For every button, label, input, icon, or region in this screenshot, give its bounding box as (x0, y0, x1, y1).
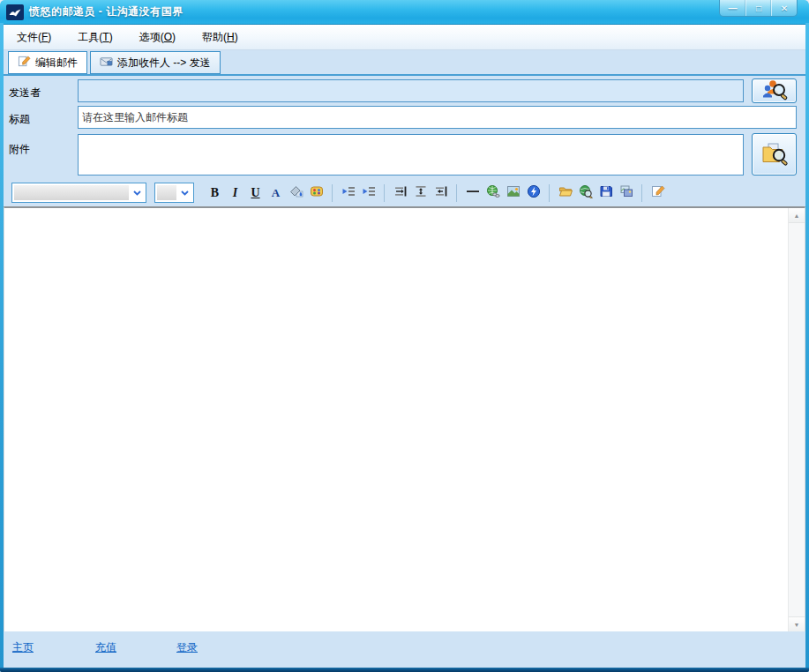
window-border-right (805, 23, 809, 672)
indent-left-button[interactable] (431, 183, 451, 203)
login-link[interactable]: 登录 (176, 640, 198, 655)
copy-image-button[interactable] (616, 183, 636, 203)
font-size-value (157, 185, 176, 200)
tab-label: 编辑邮件 (35, 56, 78, 71)
line-spacing-icon (414, 184, 428, 201)
paint-bucket-icon (289, 184, 303, 201)
minimize-button[interactable]: — (720, 0, 745, 16)
app-logo-icon (6, 4, 24, 20)
indent-left-icon (434, 184, 448, 201)
toolbar-separator (641, 184, 642, 202)
flash-icon (527, 184, 541, 201)
window-border-left (0, 23, 4, 672)
menu-item-file[interactable]: 文件(F) (14, 28, 54, 47)
tab-add-recipient-send[interactable]: 添加收件人 --> 发送 (90, 51, 221, 74)
window-title: 愤怒的邮递员 - 让沟通没有国界 (29, 0, 184, 24)
format-toolbar: B I U A (4, 179, 805, 206)
message-body-editor: ▲ ▼ (4, 206, 805, 631)
recharge-link[interactable]: 充值 (95, 640, 116, 655)
close-button[interactable]: ✕ (771, 0, 797, 16)
compose-button[interactable] (648, 183, 668, 203)
indent-right-icon (393, 184, 408, 201)
copy-image-icon (619, 184, 633, 201)
horizontal-rule-icon (466, 184, 480, 201)
font-family-select[interactable] (11, 183, 146, 203)
underline-button[interactable]: U (245, 183, 266, 203)
indent-right-button[interactable] (390, 183, 410, 203)
chevron-down-icon (181, 190, 189, 196)
open-file-button[interactable] (555, 183, 575, 203)
attachment-box[interactable] (78, 134, 744, 175)
maximize-button[interactable]: □ (745, 0, 771, 16)
subject-label: 标题 (9, 112, 30, 127)
menu-item-help[interactable]: 帮助(H) (199, 28, 241, 47)
image-icon (506, 184, 521, 201)
toolbar-separator (456, 184, 457, 202)
scroll-up-button[interactable]: ▲ (789, 208, 805, 223)
footer-bar: 主页 充值 登录 (4, 631, 805, 668)
font-size-select[interactable] (154, 183, 194, 203)
home-link[interactable]: 主页 (12, 640, 34, 655)
toolbar-separator (549, 184, 550, 202)
contact-search-icon (761, 79, 788, 103)
save-button[interactable] (596, 183, 616, 203)
toolbar-separator (332, 184, 333, 202)
indent-icon (362, 184, 376, 201)
tab-edit-mail[interactable]: 编辑邮件 (8, 51, 87, 74)
attachment-label: 附件 (9, 142, 30, 157)
tab-label: 添加收件人 --> 发送 (117, 56, 211, 71)
italic-button[interactable]: I (225, 183, 245, 203)
compose-icon (651, 184, 665, 201)
envelope-icon (100, 55, 113, 71)
floppy-save-icon (599, 184, 613, 201)
scroll-down-button[interactable]: ▼ (789, 616, 805, 631)
title-bar[interactable]: 愤怒的邮递员 - 让沟通没有国界 — □ ✕ (0, 0, 809, 25)
bold-button[interactable]: B (205, 183, 225, 203)
open-folder-icon (558, 184, 573, 201)
insert-image-button[interactable] (503, 183, 523, 203)
indent-button[interactable] (358, 183, 378, 203)
outdent-icon (341, 184, 356, 201)
outdent-button[interactable] (338, 183, 358, 203)
hyperlink-button[interactable] (483, 183, 503, 203)
menu-item-tools[interactable]: 工具(T) (75, 28, 115, 47)
globe-search-icon (579, 184, 593, 201)
window-border-bottom (0, 668, 809, 672)
font-color-button[interactable]: A (266, 183, 286, 203)
window-controls: — □ ✕ (719, 0, 798, 17)
contact-search-button[interactable] (752, 78, 797, 103)
edit-page-icon (18, 55, 31, 71)
sender-label: 发送者 (9, 86, 41, 101)
font-family-value (14, 185, 129, 200)
palette-icon (310, 184, 324, 201)
palette-button[interactable] (306, 183, 326, 203)
subject-input[interactable] (78, 106, 797, 129)
app-window: 愤怒的邮递员 - 让沟通没有国界 — □ ✕ 文件(F) 工具(T) 选项(O)… (0, 0, 809, 672)
vertical-scrollbar[interactable]: ▲ ▼ (788, 208, 805, 631)
message-body-input[interactable] (4, 208, 788, 631)
horizontal-rule-button[interactable] (462, 183, 483, 203)
preview-button[interactable] (575, 183, 596, 203)
insert-flash-button[interactable] (523, 183, 543, 203)
menu-bar: 文件(F) 工具(T) 选项(O) 帮助(H) (4, 25, 805, 50)
toolbar-separator (384, 184, 385, 202)
tab-strip: 编辑邮件 添加收件人 --> 发送 (4, 51, 805, 76)
fill-color-button[interactable] (286, 183, 306, 203)
line-spacing-button[interactable] (410, 183, 431, 203)
chevron-down-icon (133, 190, 141, 196)
attachment-browse-button[interactable] (752, 133, 797, 175)
menu-item-options[interactable]: 选项(O) (137, 28, 178, 47)
sender-field[interactable] (78, 79, 744, 102)
folder-search-icon (760, 140, 789, 169)
hyperlink-globe-icon (486, 184, 500, 201)
